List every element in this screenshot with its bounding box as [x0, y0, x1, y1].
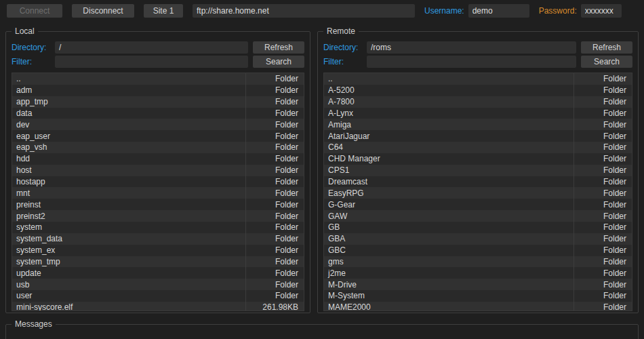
file-row[interactable]: admFolder [12, 85, 304, 96]
file-name: Dreamcast [324, 177, 573, 186]
file-size: Folder [573, 165, 632, 176]
file-size: Folder [245, 108, 304, 119]
file-row[interactable]: M-SystemFolder [324, 290, 632, 302]
file-name: CPS1 [324, 165, 573, 175]
file-size: Folder [245, 142, 304, 153]
file-name: preinst2 [12, 212, 245, 221]
file-size: Folder [245, 96, 304, 108]
file-row[interactable]: system_dataFolder [12, 233, 304, 245]
file-row[interactable]: AtariJaguarFolder [324, 130, 632, 142]
remote-search-button[interactable]: Search [581, 56, 632, 68]
file-name: M-Drive [324, 280, 573, 290]
file-name: system_tmp [12, 257, 245, 266]
file-row[interactable]: AmigaFolder [324, 119, 632, 130]
file-row[interactable]: A-5200Folder [324, 85, 632, 96]
file-name: mini-syscore.elf [12, 302, 245, 311]
file-row[interactable]: GBFolder [324, 222, 632, 233]
file-name: dev [12, 120, 245, 129]
file-row[interactable]: DreamcastFolder [324, 176, 632, 188]
file-row[interactable]: G-GearFolder [324, 199, 632, 210]
disconnect-button[interactable]: Disconnect [72, 4, 134, 18]
file-name: system_ex [12, 245, 245, 255]
file-row[interactable]: ..Folder [12, 73, 304, 85]
file-name: A-7800 [324, 97, 573, 106]
file-row[interactable]: preinstFolder [12, 199, 304, 210]
file-row[interactable]: updateFolder [12, 267, 304, 279]
file-row[interactable]: eap_userFolder [12, 130, 304, 142]
file-row[interactable]: mntFolder [12, 187, 304, 199]
file-row[interactable]: GAWFolder [324, 210, 632, 222]
file-size: Folder [573, 153, 632, 165]
file-size: Folder [573, 245, 632, 256]
file-row[interactable]: hostappFolder [12, 176, 304, 188]
local-filter-input[interactable] [55, 56, 248, 68]
file-name: system [12, 222, 245, 232]
password-input[interactable] [581, 4, 622, 18]
file-row[interactable]: MAME2000Folder [324, 302, 632, 311]
file-size: Folder [245, 153, 304, 165]
file-name: M-System [324, 291, 573, 300]
local-refresh-button[interactable]: Refresh [253, 41, 304, 54]
file-row[interactable]: userFolder [12, 290, 304, 302]
file-size: Folder [573, 302, 632, 311]
file-name: .. [12, 74, 245, 83]
file-row[interactable]: dataFolder [12, 108, 304, 119]
remote-filter-input[interactable] [367, 56, 576, 68]
file-row[interactable]: M-DriveFolder [324, 279, 632, 290]
file-size: Folder [245, 279, 304, 290]
local-directory-input[interactable] [55, 41, 248, 54]
toolbar: Connect Disconnect Site 1 Username: Pass… [0, 0, 644, 22]
file-row[interactable]: devFolder [12, 119, 304, 130]
file-row[interactable]: ..Folder [324, 73, 632, 85]
file-row[interactable]: system_exFolder [12, 245, 304, 256]
file-row[interactable]: hostFolder [12, 165, 304, 176]
file-size: Folder [573, 256, 632, 268]
remote-filter-label: Filter: [323, 57, 367, 66]
file-row[interactable]: EasyRPGFolder [324, 187, 632, 199]
file-row[interactable]: mini-syscore.elf261.98KB [12, 302, 304, 311]
local-search-button[interactable]: Search [253, 56, 304, 68]
file-row[interactable]: CPS1Folder [324, 165, 632, 176]
file-name: A-Lynx [324, 108, 573, 118]
remote-directory-input[interactable] [367, 41, 576, 54]
file-name: update [12, 268, 245, 278]
file-row[interactable]: j2meFolder [324, 267, 632, 279]
file-row[interactable]: eap_vshFolder [12, 142, 304, 153]
username-input[interactable] [468, 4, 529, 18]
remote-panel-title: Remote [323, 26, 359, 37]
file-name: data [12, 108, 245, 118]
file-row[interactable]: systemFolder [12, 222, 304, 233]
file-size: Folder [245, 256, 304, 268]
file-row[interactable]: GBCFolder [324, 245, 632, 256]
file-size: 261.98KB [245, 302, 304, 311]
site-selector-button[interactable]: Site 1 [144, 4, 183, 18]
file-row[interactable]: A-7800Folder [324, 96, 632, 108]
file-row[interactable]: usbFolder [12, 279, 304, 290]
file-row[interactable]: hddFolder [12, 153, 304, 165]
file-size: Folder [245, 165, 304, 176]
file-name: GAW [324, 212, 573, 221]
server-url-input[interactable] [193, 4, 415, 18]
file-row[interactable]: preinst2Folder [12, 210, 304, 222]
local-filter-row: Filter: Search [12, 55, 304, 68]
local-filter-label: Filter: [12, 57, 55, 66]
remote-refresh-button[interactable]: Refresh [581, 41, 632, 54]
remote-panel: Remote Directory: Refresh Filter: Search… [317, 31, 639, 313]
local-directory-row: Directory: Refresh [12, 41, 304, 54]
file-size: Folder [245, 233, 304, 245]
username-label: Username: [424, 6, 464, 16]
file-row[interactable]: A-LynxFolder [324, 108, 632, 119]
connect-button[interactable]: Connect [7, 4, 62, 18]
file-name: Amiga [324, 120, 573, 129]
messages-panel-title: Messages [12, 319, 56, 330]
file-row[interactable]: system_tmpFolder [12, 256, 304, 268]
file-row[interactable]: C64Folder [324, 142, 632, 153]
remote-filter-row: Filter: Search [323, 55, 632, 68]
file-size: Folder [245, 85, 304, 96]
file-row[interactable]: app_tmpFolder [12, 96, 304, 108]
file-row[interactable]: GBAFolder [324, 233, 632, 245]
file-row[interactable]: CHD ManagerFolder [324, 153, 632, 165]
file-name: GB [324, 222, 573, 232]
file-row[interactable]: gmsFolder [324, 256, 632, 268]
file-size: Folder [245, 73, 304, 85]
